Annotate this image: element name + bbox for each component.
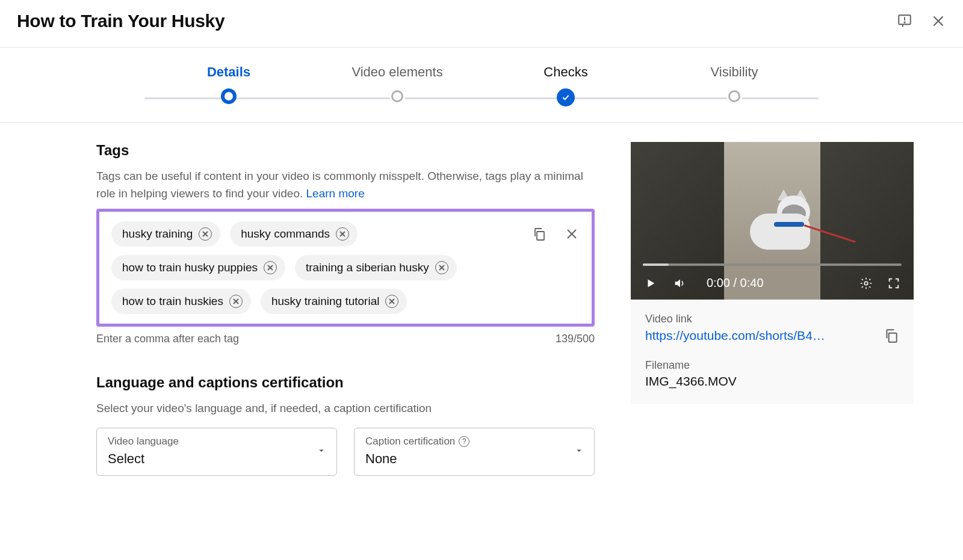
step-details[interactable]: Details <box>144 64 313 106</box>
tag-chip: how to train huskies <box>111 289 251 314</box>
language-section-description: Select your video's language and, if nee… <box>96 399 595 417</box>
video-preview-card: 0:00 / 0:40 <box>631 142 914 404</box>
step-checks[interactable]: Checks <box>482 64 650 106</box>
step-video-elements[interactable]: Video elements <box>313 64 482 106</box>
caption-cert-label-text: Caption certification <box>365 435 455 448</box>
tag-remove-icon[interactable] <box>336 227 349 241</box>
copy-tags-icon[interactable] <box>531 226 547 242</box>
fullscreen-icon[interactable] <box>887 277 900 290</box>
close-icon[interactable] <box>930 13 946 29</box>
step-dot-inactive <box>728 90 740 102</box>
tag-chip: training a siberian husky <box>295 255 457 280</box>
video-progress-bar[interactable] <box>643 263 902 266</box>
video-language-select[interactable]: Video language Select <box>96 428 337 476</box>
left-column: Tags Tags can be useful if content in yo… <box>96 142 595 476</box>
step-label: Visibility <box>710 64 758 80</box>
page-title: How to Train Your Husky <box>17 11 224 31</box>
step-label: Checks <box>543 64 587 80</box>
step-label: Details <box>207 64 250 80</box>
tag-text: how to train husky puppies <box>122 261 258 274</box>
tag-text: training a siberian husky <box>306 261 429 274</box>
tag-remove-icon[interactable] <box>435 261 448 274</box>
tag-chip: how to train husky puppies <box>111 255 285 280</box>
select-value: Select <box>108 451 327 467</box>
tags-counter: 139/500 <box>556 333 595 345</box>
language-section-heading: Language and captions certification <box>96 374 595 391</box>
svg-rect-21 <box>889 333 897 342</box>
video-link[interactable]: https://youtube.com/shorts/B4… <box>645 328 825 343</box>
tag-remove-icon[interactable] <box>229 295 243 308</box>
help-icon[interactable]: ? <box>459 436 469 447</box>
step-dot-active <box>221 88 237 104</box>
tag-text: husky training <box>122 227 193 241</box>
step-visibility[interactable]: Visibility <box>650 64 819 106</box>
copy-link-icon[interactable] <box>884 328 899 343</box>
chevron-down-icon <box>574 445 584 458</box>
stepper: Details Video elements Checks Visibility <box>0 48 963 123</box>
video-preview-player[interactable]: 0:00 / 0:40 <box>631 142 914 300</box>
video-progress-fill <box>643 263 669 266</box>
volume-icon[interactable] <box>673 277 686 290</box>
filename-label: Filename <box>645 359 899 372</box>
clear-tags-icon[interactable] <box>564 226 580 242</box>
learn-more-link[interactable]: Learn more <box>306 187 365 200</box>
svg-point-2 <box>904 22 905 23</box>
video-link-label: Video link <box>645 313 899 325</box>
settings-icon[interactable] <box>859 277 873 290</box>
tag-remove-icon[interactable] <box>264 261 277 274</box>
tags-helper-text: Enter a comma after each tag <box>96 333 239 345</box>
tags-chip-row: husky training husky commands how to tra… <box>111 221 582 314</box>
tag-remove-icon[interactable] <box>385 295 398 308</box>
svg-point-20 <box>864 282 868 285</box>
tag-text: husky training tutorial <box>271 295 380 308</box>
step-dot-checked <box>557 88 575 106</box>
feedback-icon[interactable] <box>897 13 912 29</box>
select-value: None <box>365 451 584 467</box>
header-action-icons <box>897 13 946 29</box>
select-label: Caption certification ? <box>365 435 584 448</box>
svg-rect-17 <box>537 232 544 240</box>
chevron-down-icon <box>316 445 327 458</box>
tag-text: husky commands <box>241 227 330 241</box>
step-label: Video elements <box>351 64 442 80</box>
tag-chip: husky commands <box>230 221 358 247</box>
video-meta: Video link https://youtube.com/shorts/B4… <box>631 300 914 404</box>
right-column: 0:00 / 0:40 <box>631 142 914 476</box>
language-selects-row: Video language Select Caption certificat… <box>96 428 595 476</box>
tag-chip: husky training <box>111 221 220 247</box>
husky-illustration <box>744 189 816 262</box>
modal-header: How to Train Your Husky <box>0 0 963 48</box>
main-content: Tags Tags can be useful if content in yo… <box>60 123 903 500</box>
video-time: 0:00 / 0:40 <box>707 276 764 290</box>
video-controls: 0:00 / 0:40 <box>631 276 914 300</box>
tags-helper-row: Enter a comma after each tag 139/500 <box>96 333 595 345</box>
play-icon[interactable] <box>644 277 657 290</box>
filename-value: IMG_4366.MOV <box>645 374 899 389</box>
tag-text: how to train huskies <box>122 295 223 308</box>
tag-chip: husky training tutorial <box>261 289 407 314</box>
tags-description: Tags can be useful if content in your vi… <box>96 167 595 203</box>
caption-certification-select[interactable]: Caption certification ? None <box>354 428 595 476</box>
step-dot-inactive <box>391 90 403 102</box>
select-label: Video language <box>108 435 327 448</box>
tags-heading: Tags <box>96 142 595 159</box>
tag-remove-icon[interactable] <box>199 227 212 241</box>
tags-input-box[interactable]: husky training husky commands how to tra… <box>96 209 595 327</box>
